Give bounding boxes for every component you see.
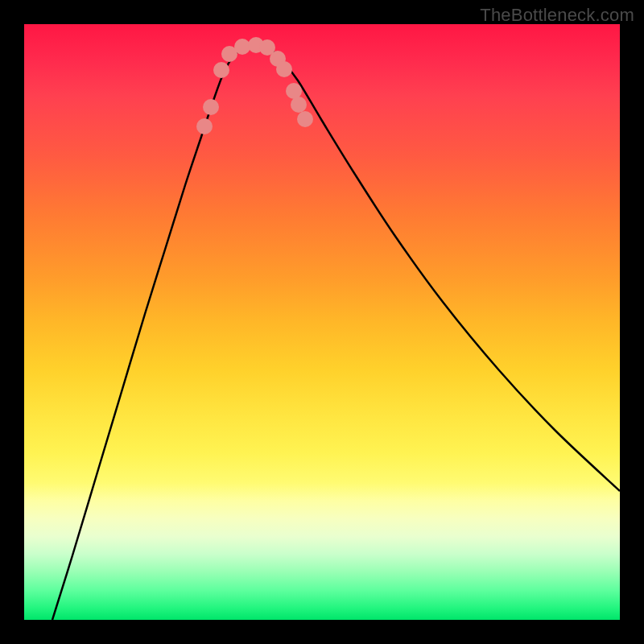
- highlight-dot: [286, 83, 302, 99]
- highlight-dot: [203, 99, 219, 115]
- highlight-dot: [276, 61, 292, 77]
- plot-area: [24, 24, 620, 620]
- highlight-dot: [297, 111, 313, 127]
- highlight-dot: [196, 118, 213, 134]
- watermark-label: TheBottleneck.com: [480, 5, 634, 26]
- highlight-dot: [213, 62, 229, 78]
- chart-frame: TheBottleneck.com: [0, 0, 644, 644]
- bottleneck-curve: [52, 44, 620, 620]
- highlight-dot: [234, 39, 250, 55]
- highlight-dot: [291, 97, 307, 113]
- chart-svg: [24, 24, 620, 620]
